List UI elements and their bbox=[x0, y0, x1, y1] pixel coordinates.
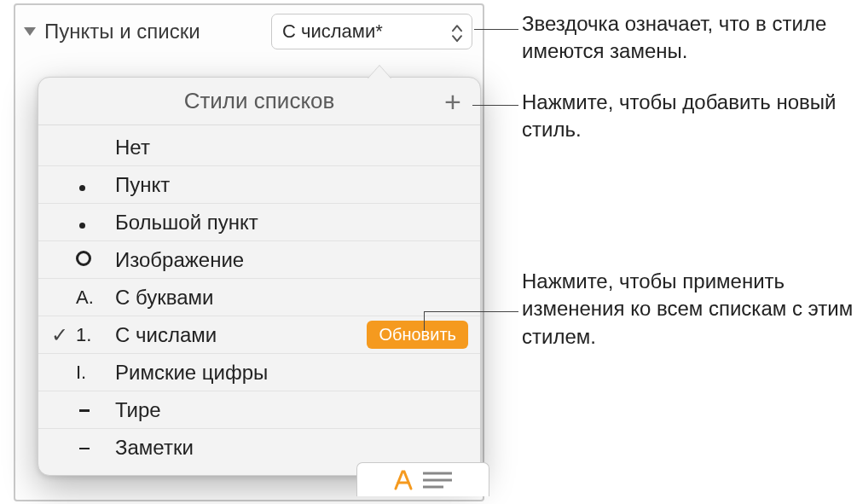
style-list: НетПунктБольшой пунктИзображениеA.С букв… bbox=[38, 125, 480, 475]
checkmark-icon: ✓ bbox=[43, 323, 76, 347]
popover-title: Стили списков bbox=[184, 88, 335, 114]
style-row-label: Нет bbox=[115, 136, 468, 159]
list-marker-icon: A. bbox=[76, 287, 115, 309]
callout-update: Нажмите, чтобы применить изменения ко вс… bbox=[522, 268, 857, 350]
list-style-select[interactable]: С числами* bbox=[271, 14, 472, 49]
list-lines-icon bbox=[423, 471, 452, 490]
format-panel: Пункты и списки С числами* Стили списков… bbox=[14, 3, 484, 501]
callout-leader bbox=[425, 311, 518, 312]
text-style-icon bbox=[394, 470, 416, 490]
callout-leader bbox=[474, 29, 518, 30]
style-row-label: Пункт bbox=[115, 173, 468, 197]
list-marker-icon bbox=[76, 211, 115, 234]
style-row-label: С буквами bbox=[115, 286, 468, 310]
disclosure-triangle-icon[interactable] bbox=[24, 27, 36, 36]
list-styles-popover: Стили списков + НетПунктБольшой пунктИзо… bbox=[38, 77, 481, 476]
style-row-label: Изображение bbox=[115, 248, 468, 272]
bottom-toolbar-button[interactable] bbox=[356, 462, 489, 496]
style-row[interactable]: I.Римские цифры bbox=[38, 354, 480, 391]
list-style-select-value: С числами* bbox=[282, 20, 383, 43]
popover-header: Стили списков + bbox=[38, 78, 480, 125]
style-row[interactable]: Большой пункт bbox=[38, 204, 480, 241]
style-row-label: Римские цифры bbox=[115, 361, 468, 385]
style-row[interactable]: Изображение bbox=[38, 241, 480, 279]
style-row[interactable]: Пункт bbox=[38, 166, 480, 204]
list-marker-icon: 1. bbox=[76, 324, 115, 346]
callout-add: Нажмите, чтобы добавить новый стиль. bbox=[522, 89, 846, 144]
style-row[interactable]: Заметки bbox=[38, 429, 480, 466]
add-style-button[interactable]: + bbox=[437, 86, 468, 117]
callout-asterisk: Звездочка означает, что в стиле имеются … bbox=[522, 10, 846, 66]
style-row-label: Тире bbox=[115, 398, 468, 422]
style-row[interactable]: Тире bbox=[38, 391, 480, 429]
list-marker-icon bbox=[76, 399, 115, 421]
list-marker-icon bbox=[76, 174, 115, 196]
style-row[interactable]: ✓1.С числамиОбновить bbox=[38, 316, 480, 354]
callout-leader bbox=[472, 105, 518, 106]
chevron-updown-icon bbox=[451, 24, 463, 43]
section-title: Пункты и списки bbox=[44, 20, 200, 43]
callout-leader bbox=[424, 311, 425, 331]
list-marker-icon: I. bbox=[76, 362, 115, 384]
list-marker-icon bbox=[76, 249, 115, 271]
style-row-label: Большой пункт bbox=[115, 211, 468, 235]
style-row-label: С числами bbox=[115, 323, 367, 347]
section-header: Пункты и списки С числами* bbox=[15, 5, 483, 56]
list-marker-icon bbox=[76, 437, 115, 459]
style-row[interactable]: A.С буквами bbox=[38, 279, 480, 316]
style-row[interactable]: Нет bbox=[38, 129, 480, 166]
style-row-label: Заметки bbox=[115, 436, 468, 460]
update-style-button[interactable]: Обновить bbox=[367, 321, 468, 349]
plus-icon: + bbox=[444, 85, 461, 119]
